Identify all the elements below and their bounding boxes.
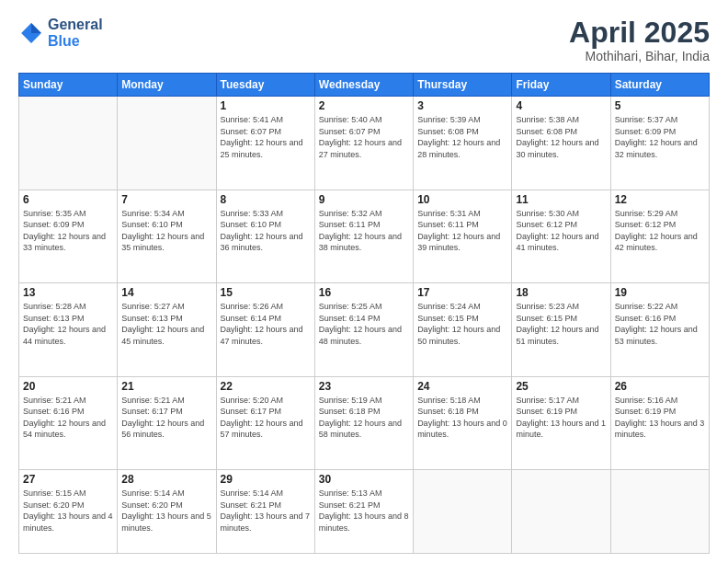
- day-cell: 23Sunrise: 5:19 AM Sunset: 6:18 PM Dayli…: [314, 376, 413, 469]
- day-cell: 8Sunrise: 5:33 AM Sunset: 6:10 PM Daylig…: [216, 190, 314, 282]
- day-info: Sunrise: 5:19 AM Sunset: 6:18 PM Dayligh…: [319, 395, 409, 441]
- day-cell: 4Sunrise: 5:38 AM Sunset: 6:08 PM Daylig…: [512, 97, 610, 190]
- calendar-table: SundayMondayTuesdayWednesdayThursdayFrid…: [18, 73, 710, 554]
- day-cell: 16Sunrise: 5:25 AM Sunset: 6:14 PM Dayli…: [314, 283, 413, 376]
- day-cell: [610, 470, 709, 554]
- day-number: 11: [516, 193, 606, 206]
- weekday-saturday: Saturday: [610, 74, 709, 97]
- day-cell: 3Sunrise: 5:39 AM Sunset: 6:08 PM Daylig…: [414, 97, 512, 190]
- day-cell: 22Sunrise: 5:20 AM Sunset: 6:17 PM Dayli…: [216, 376, 314, 469]
- day-info: Sunrise: 5:21 AM Sunset: 6:17 PM Dayligh…: [121, 395, 211, 441]
- day-info: Sunrise: 5:40 AM Sunset: 6:07 PM Dayligh…: [319, 114, 409, 160]
- day-info: Sunrise: 5:16 AM Sunset: 6:19 PM Dayligh…: [615, 395, 705, 441]
- day-number: 4: [516, 99, 606, 112]
- month-title: April 2025: [569, 17, 710, 49]
- day-cell: 9Sunrise: 5:32 AM Sunset: 6:11 PM Daylig…: [314, 190, 413, 282]
- day-info: Sunrise: 5:21 AM Sunset: 6:16 PM Dayligh…: [23, 395, 113, 441]
- week-row-0: 1Sunrise: 5:41 AM Sunset: 6:07 PM Daylig…: [19, 97, 710, 190]
- day-number: 6: [23, 193, 113, 206]
- day-cell: 12Sunrise: 5:29 AM Sunset: 6:12 PM Dayli…: [610, 190, 709, 282]
- day-info: Sunrise: 5:39 AM Sunset: 6:08 PM Dayligh…: [417, 114, 507, 160]
- day-info: Sunrise: 5:26 AM Sunset: 6:14 PM Dayligh…: [221, 301, 311, 347]
- day-cell: [118, 97, 216, 190]
- day-info: Sunrise: 5:27 AM Sunset: 6:13 PM Dayligh…: [121, 301, 211, 347]
- day-cell: 24Sunrise: 5:18 AM Sunset: 6:18 PM Dayli…: [414, 376, 512, 469]
- weekday-sunday: Sunday: [19, 74, 118, 97]
- weekday-thursday: Thursday: [414, 74, 512, 97]
- day-info: Sunrise: 5:13 AM Sunset: 6:21 PM Dayligh…: [319, 488, 409, 534]
- day-number: 9: [319, 193, 409, 206]
- day-number: 29: [221, 473, 311, 486]
- day-number: 7: [121, 193, 211, 206]
- day-number: 16: [319, 286, 409, 299]
- logo: GeneralBlue: [18, 17, 103, 49]
- day-info: Sunrise: 5:41 AM Sunset: 6:07 PM Dayligh…: [221, 114, 311, 160]
- day-number: 27: [23, 473, 113, 486]
- day-number: 1: [221, 99, 311, 112]
- day-cell: 2Sunrise: 5:40 AM Sunset: 6:07 PM Daylig…: [314, 97, 413, 190]
- weekday-monday: Monday: [118, 74, 216, 97]
- day-number: 3: [417, 99, 507, 112]
- day-info: Sunrise: 5:34 AM Sunset: 6:10 PM Dayligh…: [121, 208, 211, 254]
- day-cell: 29Sunrise: 5:14 AM Sunset: 6:21 PM Dayli…: [216, 470, 314, 554]
- day-info: Sunrise: 5:29 AM Sunset: 6:12 PM Dayligh…: [615, 208, 705, 254]
- day-cell: 28Sunrise: 5:14 AM Sunset: 6:20 PM Dayli…: [118, 470, 216, 554]
- day-info: Sunrise: 5:22 AM Sunset: 6:16 PM Dayligh…: [615, 301, 705, 347]
- weekday-friday: Friday: [512, 74, 610, 97]
- day-number: 13: [23, 286, 113, 299]
- day-cell: 27Sunrise: 5:15 AM Sunset: 6:20 PM Dayli…: [19, 470, 118, 554]
- day-cell: [19, 97, 118, 190]
- day-info: Sunrise: 5:28 AM Sunset: 6:13 PM Dayligh…: [23, 301, 113, 347]
- day-number: 19: [615, 286, 705, 299]
- day-info: Sunrise: 5:32 AM Sunset: 6:11 PM Dayligh…: [319, 208, 409, 254]
- day-info: Sunrise: 5:37 AM Sunset: 6:09 PM Dayligh…: [615, 114, 705, 160]
- day-cell: 19Sunrise: 5:22 AM Sunset: 6:16 PM Dayli…: [610, 283, 709, 376]
- day-cell: 25Sunrise: 5:17 AM Sunset: 6:19 PM Dayli…: [512, 376, 610, 469]
- day-info: Sunrise: 5:25 AM Sunset: 6:14 PM Dayligh…: [319, 301, 409, 347]
- day-cell: 6Sunrise: 5:35 AM Sunset: 6:09 PM Daylig…: [19, 190, 118, 282]
- day-number: 24: [417, 380, 507, 393]
- day-number: 25: [516, 380, 606, 393]
- day-number: 28: [121, 473, 211, 486]
- day-cell: [414, 470, 512, 554]
- day-cell: 11Sunrise: 5:30 AM Sunset: 6:12 PM Dayli…: [512, 190, 610, 282]
- day-number: 20: [23, 380, 113, 393]
- day-info: Sunrise: 5:17 AM Sunset: 6:19 PM Dayligh…: [516, 395, 606, 441]
- day-cell: 5Sunrise: 5:37 AM Sunset: 6:09 PM Daylig…: [610, 97, 709, 190]
- day-info: Sunrise: 5:38 AM Sunset: 6:08 PM Dayligh…: [516, 114, 606, 160]
- week-row-2: 13Sunrise: 5:28 AM Sunset: 6:13 PM Dayli…: [19, 283, 710, 376]
- day-number: 12: [615, 193, 705, 206]
- day-number: 18: [516, 286, 606, 299]
- day-number: 17: [417, 286, 507, 299]
- day-cell: 7Sunrise: 5:34 AM Sunset: 6:10 PM Daylig…: [118, 190, 216, 282]
- week-row-4: 27Sunrise: 5:15 AM Sunset: 6:20 PM Dayli…: [19, 470, 710, 554]
- day-info: Sunrise: 5:20 AM Sunset: 6:17 PM Dayligh…: [221, 395, 311, 441]
- day-info: Sunrise: 5:15 AM Sunset: 6:20 PM Dayligh…: [23, 488, 113, 534]
- day-number: 2: [319, 99, 409, 112]
- location: Mothihari, Bihar, India: [569, 49, 710, 63]
- day-number: 5: [615, 99, 705, 112]
- weekday-header-row: SundayMondayTuesdayWednesdayThursdayFrid…: [19, 74, 710, 97]
- week-row-1: 6Sunrise: 5:35 AM Sunset: 6:09 PM Daylig…: [19, 190, 710, 282]
- day-number: 23: [319, 380, 409, 393]
- day-info: Sunrise: 5:30 AM Sunset: 6:12 PM Dayligh…: [516, 208, 606, 254]
- day-cell: 15Sunrise: 5:26 AM Sunset: 6:14 PM Dayli…: [216, 283, 314, 376]
- day-cell: 17Sunrise: 5:24 AM Sunset: 6:15 PM Dayli…: [414, 283, 512, 376]
- day-number: 10: [417, 193, 507, 206]
- weekday-tuesday: Tuesday: [216, 74, 314, 97]
- title-section: April 2025 Mothihari, Bihar, India: [569, 17, 710, 63]
- day-cell: 21Sunrise: 5:21 AM Sunset: 6:17 PM Dayli…: [118, 376, 216, 469]
- logo-icon: [18, 20, 44, 46]
- day-info: Sunrise: 5:33 AM Sunset: 6:10 PM Dayligh…: [221, 208, 311, 254]
- day-number: 14: [121, 286, 211, 299]
- page: GeneralBlue April 2025 Mothihari, Bihar,…: [0, 0, 728, 563]
- day-cell: 18Sunrise: 5:23 AM Sunset: 6:15 PM Dayli…: [512, 283, 610, 376]
- day-number: 8: [221, 193, 311, 206]
- day-info: Sunrise: 5:14 AM Sunset: 6:20 PM Dayligh…: [121, 488, 211, 534]
- day-cell: 20Sunrise: 5:21 AM Sunset: 6:16 PM Dayli…: [19, 376, 118, 469]
- day-info: Sunrise: 5:23 AM Sunset: 6:15 PM Dayligh…: [516, 301, 606, 347]
- day-info: Sunrise: 5:14 AM Sunset: 6:21 PM Dayligh…: [221, 488, 311, 534]
- week-row-3: 20Sunrise: 5:21 AM Sunset: 6:16 PM Dayli…: [19, 376, 710, 469]
- logo-text: GeneralBlue: [48, 17, 103, 49]
- day-number: 30: [319, 473, 409, 486]
